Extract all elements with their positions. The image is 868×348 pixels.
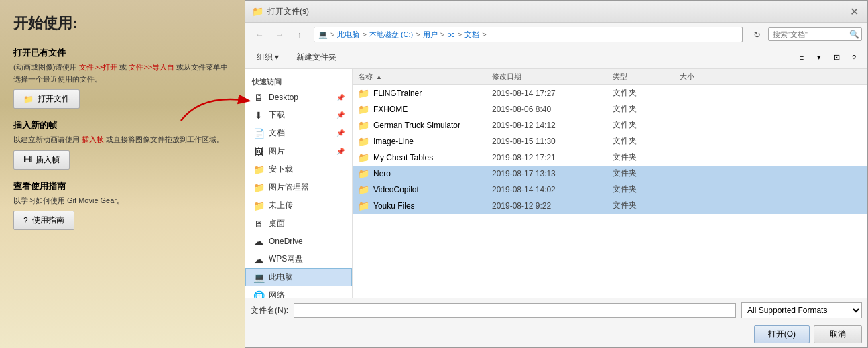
file-modified: 2019-08-14 17:27 [492, 89, 613, 98]
user-guide-button[interactable]: ? 使用指南 [13, 211, 74, 230]
header-type[interactable]: 类型 [613, 72, 680, 82]
search-icon: 🔍 [849, 30, 859, 39]
file-type: 文件夹 [613, 87, 680, 99]
insert-frame-subtitle: 插入新的帧 [13, 119, 231, 131]
file-type: 文件夹 [613, 103, 680, 115]
insert-frame-section: 插入新的帧 以建立新动画请使用 插入帧 或直接将图像文件拖放到工作区域。 🎞 插… [13, 119, 231, 170]
user-guide-desc: 以学习如何使用 Gif Movie Gear。 [13, 195, 231, 207]
content-area: 快速访问 🖥 Desktop 📌 ⬇ 下载 📌 📄 文档 📌 🖼 图片 📌 [245, 69, 867, 298]
file-modified: 2019-08-15 11:30 [492, 137, 613, 146]
table-row[interactable]: 📁 Youku Files 2019-08-12 9:22 文件夹 [353, 198, 867, 214]
nav-bar: ← → ↑ 💻 > 此电脑 > 本地磁盘 (C:) > 用户 > pc > 文档… [245, 23, 867, 46]
open-file-link1[interactable]: 文件>>打开 [79, 63, 117, 71]
breadcrumb-sep4: > [458, 30, 462, 38]
header-name[interactable]: 名称 ▲ [358, 72, 492, 82]
wpsdisk-icon: ☁ [253, 254, 265, 265]
left-panel: 开始使用: 打开已有文件 (动画或图像)请使用 文件>>打开 或 文件>>导入自… [0, 0, 245, 348]
table-row[interactable]: 📁 FLiNGTrainer 2019-08-14 17:27 文件夹 [353, 85, 867, 101]
format-select[interactable]: All Supported Formats [741, 302, 862, 318]
action-row: 打开(O) 取消 [245, 323, 867, 347]
folder-icon: 📁 [358, 136, 369, 147]
user-guide-btn-label: 使用指南 [32, 215, 64, 226]
cancel-button[interactable]: 取消 [814, 325, 862, 343]
view-toggle-button[interactable]: ▾ [811, 50, 827, 66]
pane-button[interactable]: ⊡ [828, 50, 845, 66]
sidebar-item-desktop2[interactable]: 🖥 桌面 [245, 215, 352, 233]
header-modified[interactable]: 修改日期 [492, 72, 613, 82]
open-file-btn-label: 打开文件 [38, 93, 70, 105]
insert-frame-link[interactable]: 插入帧 [82, 135, 104, 143]
new-folder-button[interactable]: 新建文件夹 [290, 49, 343, 66]
file-list-header: 名称 ▲ 修改日期 类型 大小 [353, 69, 867, 85]
breadcrumb-item-pc[interactable]: 此电脑 [337, 30, 359, 40]
search-bar: 🔍 [768, 27, 862, 41]
pin-icon3: 📌 [336, 129, 345, 137]
organize-button[interactable]: 组织 ▾ [251, 49, 285, 66]
sidebar-item-andownload[interactable]: 📁 安下载 [245, 160, 352, 178]
thispc-icon: 💻 [253, 272, 265, 283]
sidebar-item-onedrive[interactable]: ☁ OneDrive [245, 233, 352, 250]
sidebar-item-unuploaded[interactable]: 📁 未上传 [245, 196, 352, 215]
sidebar-item-network[interactable]: 🌐 网络 [245, 286, 352, 298]
table-row[interactable]: 📁 Image-Line 2019-08-15 11:30 文件夹 [353, 133, 867, 150]
breadcrumb-sep3: > [440, 30, 444, 38]
file-name: Nero [373, 169, 391, 178]
sidebar-item-picmanager[interactable]: 📁 图片管理器 [245, 178, 352, 196]
breadcrumb-item-users[interactable]: 用户 [423, 30, 438, 40]
back-button[interactable]: ← [251, 25, 268, 43]
table-row[interactable]: 📁 My Cheat Tables 2019-08-12 17:21 文件夹 [353, 150, 867, 166]
open-file-desc-text2: 或 [119, 63, 127, 71]
sidebar-item-network-label: 网络 [269, 290, 285, 298]
sidebar-item-pictures-label: 图片 [269, 146, 285, 157]
folder-icon: 📁 [358, 184, 369, 195]
table-row[interactable]: 📁 FXHOME 2019-08-06 8:40 文件夹 [353, 101, 867, 117]
insert-frame-button[interactable]: 🎞 插入帧 [13, 150, 70, 170]
dialog-title-text: 打开文件(s) [267, 6, 309, 17]
breadcrumb-sep5: > [482, 30, 486, 38]
search-input[interactable] [773, 30, 847, 38]
breadcrumb-item-pc-user[interactable]: pc [447, 30, 455, 38]
folder-icon: 📁 [358, 168, 369, 179]
file-list-area: 名称 ▲ 修改日期 类型 大小 📁 FLiNGTrainer 2019-08-1… [353, 69, 867, 298]
pin-icon2: 📌 [336, 111, 345, 119]
open-file-button[interactable]: 📁 打开文件 [13, 89, 80, 109]
refresh-button[interactable]: ↻ [748, 25, 765, 43]
breadcrumb-item-drive[interactable]: 本地磁盘 (C:) [369, 30, 413, 40]
sidebar-item-thispc[interactable]: 💻 此电脑 [245, 268, 352, 286]
sidebar-item-docs[interactable]: 📄 文档 📌 [245, 124, 352, 142]
forward-button[interactable]: → [271, 25, 288, 43]
sidebar-item-desktop[interactable]: 🖥 Desktop 📌 [245, 89, 352, 106]
breadcrumb-sep0: > [330, 30, 334, 38]
sidebar-item-docs-label: 文档 [269, 127, 285, 139]
quick-access-label: 快速访问 [245, 74, 352, 89]
insert-frame-desc2: 或直接将图像文件拖放到工作区域。 [106, 135, 224, 143]
table-row[interactable]: 📁 VideoCopilot 2019-08-14 14:02 文件夹 [353, 182, 867, 198]
close-button[interactable]: ✕ [847, 5, 861, 18]
download-icon: ⬇ [253, 110, 265, 121]
open-button[interactable]: 打开(O) [754, 325, 810, 343]
breadcrumb-item-docs[interactable]: 文档 [464, 30, 479, 40]
sidebar-item-download-label: 下载 [269, 109, 285, 121]
main-title: 开始使用: [13, 13, 231, 34]
insert-frame-desc: 以建立新动画请使用 插入帧 或直接将图像文件拖放到工作区域。 [13, 134, 231, 146]
sidebar-item-andownload-label: 安下载 [269, 164, 293, 175]
andownload-icon: 📁 [253, 164, 265, 175]
header-size[interactable]: 大小 [680, 72, 733, 82]
table-row[interactable]: 📁 German Truck Simulator 2019-08-12 14:1… [353, 117, 867, 133]
folder-icon: 📁 [358, 88, 369, 99]
breadcrumb-pc-icon: 💻 [318, 30, 328, 39]
table-row[interactable]: 📁 Nero 2019-08-17 13:13 文件夹 [353, 166, 867, 182]
view-list-button[interactable]: ≡ [794, 50, 810, 66]
insert-frame-btn-icon: 🎞 [23, 155, 32, 164]
sidebar-item-pictures[interactable]: 🖼 图片 📌 [245, 142, 352, 160]
open-file-section: 打开已有文件 (动画或图像)请使用 文件>>打开 或 文件>>导入自 或从文件菜… [13, 47, 231, 109]
help-button[interactable]: ? [846, 50, 862, 66]
folder-icon: 📁 [358, 120, 369, 131]
filename-input[interactable] [294, 303, 736, 318]
breadcrumb-sep2: > [416, 30, 420, 38]
sidebar-item-wpsdisk[interactable]: ☁ WPS网盘 [245, 250, 352, 268]
up-button[interactable]: ↑ [291, 25, 308, 43]
file-type: 文件夹 [613, 168, 680, 179]
open-file-link2[interactable]: 文件>>导入自 [129, 63, 174, 71]
sidebar-item-download[interactable]: ⬇ 下载 📌 [245, 106, 352, 124]
